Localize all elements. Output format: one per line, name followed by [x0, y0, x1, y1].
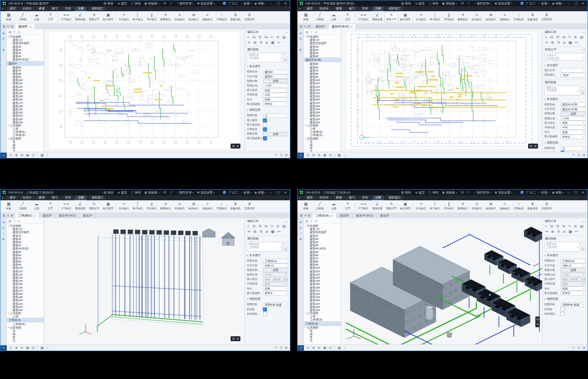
window-close-button[interactable]: ✕ — [283, 2, 288, 5]
tree-collapse-icon[interactable]: ⊟ — [18, 219, 20, 222]
window-minimize-button[interactable]: – — [566, 191, 571, 194]
ribbon-tab-0[interactable]: 通用 — [6, 195, 19, 200]
view-list-icon[interactable]: ▤ — [3, 214, 5, 217]
tree-section-2[interactable]: ▾立面视图 — [304, 137, 341, 140]
close-view-icon[interactable]: ⊠ — [583, 346, 585, 350]
delete-tool[interactable]: ▦ — [271, 41, 275, 45]
tree-item[interactable]: 建筑室外地坪 — [7, 41, 44, 45]
tree-item[interactable]: 三维 — [304, 315, 341, 318]
parallel-annotation-button[interactable]: ∥平行标注 — [145, 13, 158, 22]
tool-section-basic[interactable]: ▾ 基本属性 — [543, 63, 588, 68]
delete-tool[interactable]: ▦ — [569, 230, 572, 234]
leader-annotation-button[interactable]: ↗引出标注 — [118, 13, 130, 22]
tree-section-2[interactable]: ▾立面视图 — [304, 326, 341, 329]
equipment-clearance-button[interactable]: ⇅设备净高 — [229, 13, 242, 22]
edit-mode-icon[interactable]: ✎ — [572, 346, 575, 350]
copy-tool[interactable]: ⊡ — [253, 224, 256, 228]
auto-annotation-button[interactable]: A自动标注 — [173, 202, 186, 211]
tree-collapse-icon[interactable]: ⊟ — [315, 30, 317, 33]
tree-item[interactable]: 建筑10F — [7, 78, 44, 81]
tree-item[interactable]: 建筑-1F — [7, 38, 44, 41]
elevation-annotation-button[interactable]: ⊕标高标注 — [484, 202, 497, 211]
doc-tab-3[interactable]: 建筑2F — [80, 213, 96, 218]
window-minimize-button[interactable]: – — [566, 2, 571, 5]
zoom-in-icon[interactable]: ⊕ — [312, 153, 315, 157]
rotate-tool[interactable]: ⟳ — [556, 224, 559, 228]
view-list-icon[interactable]: ▤ — [300, 25, 303, 28]
ribbon-tab-6[interactable]: 视图视口 — [88, 195, 107, 200]
mini-close-icon[interactable]: ✕ — [236, 144, 239, 148]
ribbon-tab-6[interactable]: 视图视口 — [385, 195, 404, 200]
tree-item[interactable]: 建筑4F(夹层) — [304, 247, 341, 250]
property-checkbox[interactable]: ✓ — [263, 307, 267, 311]
help-menu[interactable]: ◉帮助▾ — [254, 1, 266, 6]
revert-tool[interactable]: ↩ — [575, 230, 579, 234]
system-settings-button[interactable]: ✱系统设置▾ — [494, 190, 512, 195]
tree-item[interactable]: 三维 — [7, 127, 44, 130]
edit-mode-icon[interactable]: ✎ — [572, 153, 575, 157]
extend-tool[interactable]: ⊞ — [551, 41, 554, 45]
text-button[interactable]: T文字 — [44, 202, 57, 211]
help-menu[interactable]: ◉帮助▾ — [254, 190, 266, 195]
tree-item[interactable]: 建筑19F — [7, 108, 44, 111]
property-select[interactable]: 视图样板-新建∨ — [263, 302, 288, 307]
tree-item[interactable]: 建筑20F — [304, 298, 341, 302]
move-tool[interactable]: + — [545, 224, 547, 228]
tree-item[interactable]: 西 — [7, 335, 44, 338]
tree-item[interactable]: 西 — [304, 146, 341, 149]
submit-button[interactable]: ◄提交 — [415, 190, 425, 195]
property-input[interactable]: 建筑4F(夹层) — [561, 102, 586, 107]
table-button[interactable]: ▦表格 — [2, 202, 15, 211]
tree-item[interactable]: 建筑23F — [304, 308, 341, 311]
array-tool[interactable]: ▤ — [580, 35, 583, 39]
project-management-button[interactable]: ◔项目管理▾ — [474, 190, 491, 195]
layer-list-icon[interactable]: ≣ — [2, 48, 5, 52]
view-filter-combo[interactable]: 视图名称 三维视图 ∨ — [544, 242, 580, 252]
leader-annotation-button[interactable]: ↗引出标注 — [415, 13, 427, 22]
tree-item[interactable]: 东 — [304, 140, 341, 143]
pipe-slope-button[interactable]: ∠管线坡度 — [74, 202, 86, 211]
tree-item[interactable]: 三维 — [304, 127, 341, 130]
zoom-previous-icon[interactable]: ⊙ — [9, 346, 12, 350]
dimension-button[interactable]: ⟷尺寸标注 — [357, 202, 370, 211]
tree-item[interactable]: 建筑23F — [7, 121, 44, 124]
continuous-annotation-button[interactable]: ≡连续标注 — [498, 202, 511, 211]
tree-item[interactable]: 建筑14F — [304, 91, 341, 95]
tree-item[interactable]: 建筑3F — [7, 240, 44, 244]
riser-numbering-button[interactable]: ↕立管标序 — [215, 13, 228, 22]
property-select[interactable]: 线框∨ — [561, 121, 586, 125]
ribbon-tab-3[interactable]: 电气 — [345, 195, 358, 200]
tree-item[interactable]: 南 — [304, 143, 341, 146]
window-maximize-button[interactable]: ▢ — [574, 191, 578, 194]
visibility-eye-icon[interactable]: ◎ — [329, 346, 332, 350]
tree-item[interactable]: 建筑18F — [304, 104, 341, 108]
trim-tool[interactable]: ⇥ — [247, 41, 250, 45]
delete-tool[interactable]: ▦ — [271, 230, 275, 234]
tree-item[interactable]: 建筑15F — [304, 282, 341, 285]
tree-item[interactable]: 建筑-1F — [7, 227, 44, 230]
property-input[interactable]: 三维(给水) — [561, 259, 586, 263]
tree-section-1[interactable]: ▾三维视图 — [7, 124, 44, 127]
section-range[interactable]: ▾ 视图范围 — [544, 297, 586, 301]
close-tab-icon[interactable]: ✕ — [331, 214, 333, 217]
tree-item[interactable]: 建筑7F — [304, 69, 341, 72]
view-list-icon[interactable]: ▤ — [3, 25, 5, 28]
move-tool[interactable]: + — [247, 224, 249, 228]
view-filter-combo[interactable]: 视图名称 平面视图 ∨ — [247, 53, 282, 63]
property-select[interactable]: 建筑5F∨ — [263, 74, 288, 79]
tree-item[interactable]: 东 — [7, 140, 44, 143]
tree-item[interactable]: 建筑16F — [7, 98, 44, 101]
add-view-button[interactable]: + — [581, 86, 586, 90]
array-tool[interactable]: ▤ — [580, 224, 583, 228]
tree-item[interactable]: 建筑1F — [304, 45, 341, 48]
cloud-sync-icon[interactable]: ☁ — [299, 31, 302, 35]
doc-tab-3[interactable]: 建筑2F — [377, 213, 393, 218]
property-input[interactable]: 建筑5F — [263, 70, 288, 74]
expand-icon[interactable]: » — [2, 196, 4, 199]
tree-item[interactable]: 建筑4F — [304, 244, 341, 247]
view-split-icon[interactable]: ⊞ — [10, 25, 13, 28]
property-select[interactable]: 机电∨ — [263, 286, 288, 291]
bulb-icon[interactable]: ◉ — [26, 346, 29, 350]
tree-item[interactable]: 建筑11F — [304, 81, 341, 85]
property-input[interactable]: "清水" — [561, 73, 586, 77]
